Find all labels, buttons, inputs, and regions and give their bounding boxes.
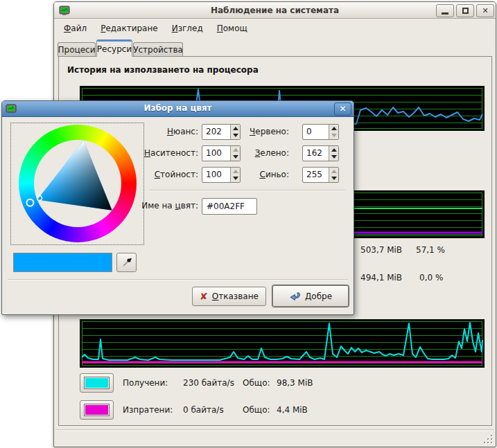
blue-label: Синьо: xyxy=(231,170,289,179)
hue-ring[interactable] xyxy=(19,125,137,242)
tab-resources[interactable]: Ресурси xyxy=(96,39,132,57)
value-label: Стойност: xyxy=(105,170,198,179)
minimize-button[interactable] xyxy=(436,4,454,17)
dialog-close-button[interactable]: ✕ xyxy=(334,102,351,116)
color-name-input[interactable]: #00A2FF xyxy=(202,198,257,215)
sent-label: Изпратени: xyxy=(123,405,173,415)
green-up-arrow[interactable] xyxy=(329,146,338,154)
received-color-swatch xyxy=(85,377,109,388)
blue-up-arrow[interactable] xyxy=(329,168,338,175)
blue-spinbutton[interactable]: 255 xyxy=(302,167,339,183)
green-label: Зелено: xyxy=(231,148,289,158)
buttons-separator xyxy=(8,279,348,280)
red-up-arrow[interactable] xyxy=(329,125,338,132)
sent-color-swatch xyxy=(85,404,109,415)
green-spinbutton[interactable]: 162 xyxy=(302,145,339,161)
memory-used-value: 503,7 MiB xyxy=(360,245,402,255)
received-legend-row: Получени: 230 байта/s Общо: 98,3 MiB xyxy=(80,373,468,393)
sent-legend-row: Изпратени: 0 байта/s Общо: 4,4 MiB xyxy=(80,400,468,420)
fields-separator xyxy=(149,190,345,191)
memory-used-percent: 57,1 % xyxy=(416,245,445,255)
hue-label: Нюанс: xyxy=(105,127,198,136)
menu-help[interactable]: Помощ xyxy=(216,22,249,35)
close-button[interactable]: ✕ xyxy=(476,4,494,17)
color-name-label: Име на цвят: xyxy=(105,201,198,210)
red-label: Червено: xyxy=(231,127,289,136)
menu-view[interactable]: Изглед xyxy=(171,22,204,35)
menubar: Файл Редактиране Изглед Помощ xyxy=(56,20,249,37)
cancel-icon: ✘ xyxy=(200,292,208,301)
hue-selector[interactable] xyxy=(26,199,33,206)
main-titlebar[interactable]: Наблюдение на системата ✕ xyxy=(54,2,496,19)
dialog-title: Избор на цвят xyxy=(2,103,354,113)
tab-processes[interactable]: Процеси xyxy=(58,42,96,57)
network-history-chart xyxy=(80,319,485,368)
received-label: Получени: xyxy=(123,378,168,388)
received-color-button[interactable] xyxy=(80,373,114,393)
sent-rate: 0 байта/s xyxy=(183,405,224,415)
maximize-icon xyxy=(462,8,469,14)
tab-devices[interactable]: Устройства xyxy=(133,42,183,57)
dialog-close-icon: ✕ xyxy=(339,104,346,114)
swap-used-value: 494,1 MiB xyxy=(360,273,402,283)
ok-icon xyxy=(289,291,301,302)
sent-total-label: Общо: xyxy=(243,405,270,415)
red-down-arrow[interactable] xyxy=(329,132,338,140)
red-spinbutton[interactable]: 0 xyxy=(302,124,339,140)
sent-total: 4,4 MiB xyxy=(277,405,308,415)
saturation-label: Наситеност: xyxy=(105,148,198,158)
received-rate: 230 байта/s xyxy=(183,378,234,388)
color-preview xyxy=(13,253,112,272)
cancel-button[interactable]: ✘ Отказване xyxy=(192,287,266,306)
maximize-button[interactable] xyxy=(456,4,474,17)
screen: Наблюдение на системата ✕ Файл Редактира… xyxy=(0,0,497,448)
statusbar-separator xyxy=(55,429,494,431)
sent-color-button[interactable] xyxy=(80,400,114,420)
swap-used-percent: 0,0 % xyxy=(419,273,443,283)
received-total: 98,3 MiB xyxy=(277,378,313,388)
eyedropper-button[interactable] xyxy=(116,253,137,272)
eyedropper-icon xyxy=(121,257,132,268)
tab-strip: Процеси Ресурси Устройства xyxy=(54,39,496,57)
window-title: Наблюдение на системата xyxy=(54,6,496,15)
ok-button[interactable]: Добре xyxy=(272,285,349,307)
resize-grip[interactable] xyxy=(483,434,492,443)
color-picker-dialog: Избор на цвят ✕ xyxy=(1,100,354,315)
green-down-arrow[interactable] xyxy=(329,154,338,161)
received-total-label: Общо: xyxy=(243,378,270,388)
menu-edit[interactable]: Редактиране xyxy=(99,22,159,35)
cpu-history-heading: История на използването на процесора xyxy=(67,65,259,75)
close-icon: ✕ xyxy=(482,7,488,15)
blue-down-arrow[interactable] xyxy=(329,175,338,183)
dialog-titlebar[interactable]: Избор на цвят ✕ xyxy=(2,101,354,117)
menu-file[interactable]: Файл xyxy=(62,22,88,35)
minimize-icon xyxy=(442,12,448,15)
network-received-line xyxy=(82,323,482,360)
hsv-triangle[interactable] xyxy=(19,125,137,242)
